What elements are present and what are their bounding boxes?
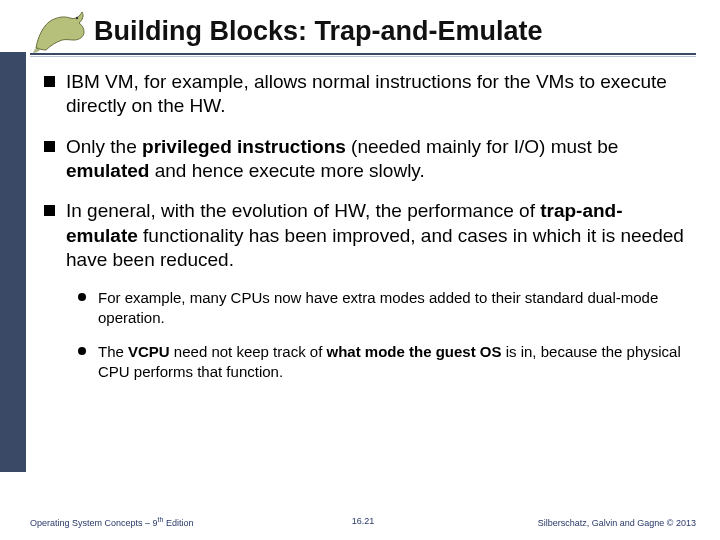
footer-left: Operating System Concepts – 9th Edition [30,516,193,528]
slide-footer: Operating System Concepts – 9th Edition … [30,516,696,528]
bullet-level-1: Only the privileged instructions (needed… [44,135,692,184]
title-rule [30,53,696,55]
slide: Building Blocks: Trap-and-Emulate IBM VM… [0,0,720,540]
slide-title: Building Blocks: Trap-and-Emulate [94,16,543,47]
footer-page-number: 16.21 [352,516,375,526]
dinosaur-icon [30,6,92,54]
footer-copyright: Silberschatz, Galvin and Gagne © 2013 [538,518,696,528]
bullet-level-1: IBM VM, for example, allows normal instr… [44,70,692,119]
title-rule-shadow [30,56,696,57]
svg-point-0 [76,17,78,19]
bullet-level-2: The VCPU need not keep track of what mod… [78,342,692,382]
left-sidebar-accent [0,52,26,472]
bullet-level-1: In general, with the evolution of HW, th… [44,199,692,272]
slide-body: IBM VM, for example, allows normal instr… [44,70,692,395]
bullet-level-2: For example, many CPUs now have extra mo… [78,288,692,328]
